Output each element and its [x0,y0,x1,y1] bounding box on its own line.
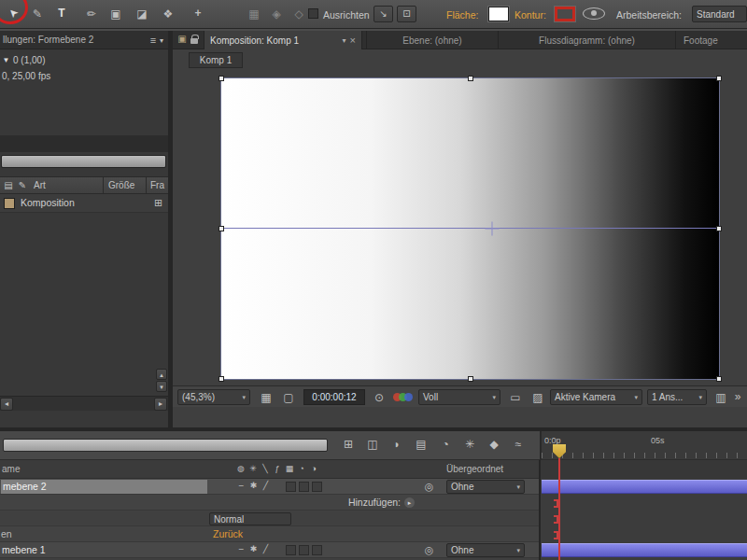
shape-path-line[interactable] [221,228,719,229]
selection-handle[interactable] [716,226,722,231]
view-axis-mode-icon[interactable]: ◇ [289,8,308,20]
parent-dropdown[interactable]: Ohne ▾ [446,543,525,557]
local-axis-mode-icon[interactable]: ▦ [245,8,263,20]
roto-brush-tool-icon[interactable]: ❖ [159,8,177,20]
motion-blur-switch-icon[interactable]: ╱ [261,482,271,490]
stroke-label[interactable]: Kontur: [514,10,546,21]
anchor-point-icon[interactable] [486,222,500,236]
timeline-scrub-bar[interactable] [3,439,328,452]
pen-tool-icon[interactable]: ✎ [28,8,47,20]
comp-canvas[interactable] [221,78,719,379]
camera-dropdown[interactable]: Aktive Kamera ▾ [550,389,642,405]
parent-pickwhip-icon[interactable]: ◎ [423,482,435,492]
auto-keyframe-icon[interactable]: ◆ [484,439,504,450]
effects-switch-icon[interactable]: ✱ [248,482,259,490]
eraser-tool-icon[interactable]: ◪ [133,8,151,20]
switch-box[interactable] [299,482,309,492]
column-fra[interactable]: Fra [150,181,164,190]
scroll-right-button[interactable]: ▸ [154,398,167,411]
switch-box[interactable] [312,482,322,492]
snap-options-button[interactable]: ↘ [374,6,393,22]
brush-tool-icon[interactable]: ✏ [82,8,101,20]
layer-bar[interactable] [542,543,747,557]
tab-ebene[interactable]: Ebene: (ohne) [366,31,498,49]
puppet-pin-tool-icon[interactable]: + [189,7,207,19]
komposition-row[interactable]: Komposition ⊞ [0,194,168,213]
parent-pickwhip-icon[interactable]: ◎ [423,545,435,555]
selection-handle[interactable] [468,76,473,81]
blend-mode-dropdown[interactable]: Normal [209,512,291,525]
quality-switch-icon[interactable]: − [236,545,247,554]
motion-blur-icon[interactable]: ◔ [435,439,456,450]
adjustment-header-icon[interactable]: ◑ [308,465,319,473]
layer-row-formebene2[interactable]: mebene 2 − ✱ ╱ ◎ Ohne ▾ [0,479,540,495]
tab-dropdown-icon[interactable]: ▾ [343,36,346,45]
timeline-divider[interactable] [539,460,541,560]
twirl-down-icon[interactable]: ▼ [2,57,10,64]
header-parent[interactable]: Übergeordnet [446,465,503,474]
flowchart-icon[interactable]: ⊞ [152,198,164,208]
switch-box[interactable] [286,482,296,492]
transparency-grid-icon[interactable]: ▨ [529,392,547,403]
motion-blur-switch-icon[interactable]: ╱ [261,545,271,553]
workspace-dropdown[interactable]: Standard [692,6,747,22]
stroke-color-swatch[interactable] [555,7,575,21]
mask-options-button[interactable]: ⊡ [397,6,416,22]
scroll-left-button[interactable]: ◂ [0,398,13,411]
draft-3d-icon[interactable]: ◫ [362,439,383,450]
effects-switch-icon[interactable]: ✱ [248,545,259,553]
graph-editor-icon[interactable]: ≈ [508,439,529,450]
fill-label[interactable]: Fläche: [446,10,478,21]
layer-bar[interactable] [542,480,747,494]
resolution-dropdown[interactable]: Voll ▾ [418,389,500,405]
overflow-arrows-icon[interactable]: » [731,391,744,402]
switch-box[interactable] [299,545,309,555]
quality-switch-icon[interactable]: − [236,482,247,491]
lock-icon[interactable] [190,38,198,44]
selection-handle[interactable] [468,376,473,382]
view-layout-dropdown[interactable]: 1 Ans... ▾ [647,389,707,405]
column-groesse[interactable]: Größe [108,181,134,190]
switch-box[interactable] [286,545,296,555]
scroll-up-button[interactable]: ▴ [156,369,167,380]
tab-komposition[interactable]: Komposition: Komp 1 ▾ × [204,31,362,49]
motion-blur-header-icon[interactable]: ◔ [296,465,307,473]
playhead-line[interactable] [558,458,560,560]
shy-header-icon[interactable]: ◍ [235,465,247,473]
channels-icon[interactable] [393,389,417,405]
timecode-button[interactable]: 0:00:00:12 [303,389,365,405]
header-name[interactable]: ame [2,465,20,474]
selection-handle[interactable] [218,76,224,81]
multi-view-icon[interactable]: ▥ [712,392,729,403]
comp-mini-flowchart-icon[interactable]: ⊞ [338,439,359,450]
tab-close-icon[interactable]: × [350,35,356,46]
snapshot-icon[interactable]: ⊙ [370,392,388,403]
brainstorm-icon[interactable]: ✳ [459,439,480,450]
align-checkbox[interactable] [308,8,318,19]
scroll-down-button[interactable]: ▾ [156,381,167,392]
rasterize-header-icon[interactable]: ✳ [247,465,259,473]
comp-breadcrumb-button[interactable]: Komp 1 [189,52,243,68]
selection-handle[interactable] [218,376,224,382]
zurueck-link[interactable]: Zurück [213,529,243,539]
text-tool-icon[interactable]: T [52,7,71,19]
column-art[interactable]: Art [34,181,46,190]
mask-visibility-icon[interactable]: ▢ [279,392,298,403]
layer-name-cell-selected[interactable]: mebene 2 [1,480,207,494]
panel-menu-arrow-icon[interactable]: ▾ [158,37,165,45]
tab-flussdiagramm[interactable]: Flussdiagramm: (ohne) [498,31,675,49]
switch-box[interactable] [312,545,322,555]
eye-icon[interactable] [583,7,605,20]
magnification-dropdown[interactable]: (45,3%) ▾ [177,389,250,405]
tab-footage[interactable]: Footage [675,31,747,49]
fill-color-swatch[interactable] [488,7,509,21]
effects-header-icon[interactable]: ƒ [272,465,283,473]
world-axis-mode-icon[interactable]: ◈ [267,8,286,20]
selection-handle[interactable] [218,226,224,231]
parent-dropdown[interactable]: Ohne ▾ [446,480,525,494]
value-slider[interactable] [1,155,166,168]
frame-blend-icon[interactable]: ▤ [411,439,431,450]
hide-shy-layers-icon[interactable]: ◗ [387,439,407,450]
quality-header-icon[interactable]: ╲ [260,465,271,473]
settings-panel-header[interactable]: llungen: Formebene 2 ≡ ▾ [0,31,168,49]
